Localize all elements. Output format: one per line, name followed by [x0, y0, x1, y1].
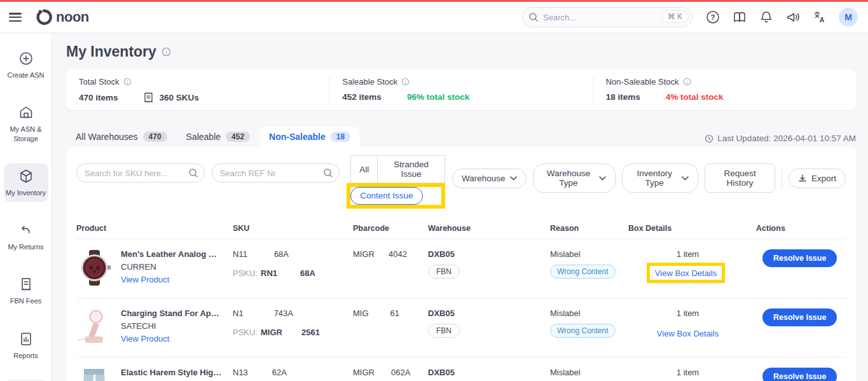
- announcements-megaphone-icon[interactable]: [785, 10, 801, 25]
- header-warehouse: Warehouse: [428, 224, 550, 233]
- sku-tag-icon: [144, 92, 153, 103]
- export-button[interactable]: Export: [789, 169, 846, 188]
- search-shortcut-badge: ⌘ K: [661, 10, 689, 23]
- chevron-down-icon: [510, 176, 517, 181]
- info-icon[interactable]: i: [683, 78, 691, 86]
- saleable-items-value: 452 items: [342, 92, 382, 102]
- sku-search[interactable]: [76, 163, 205, 183]
- last-updated: Last Updated: 2026-04-01 10:57 AM: [705, 134, 856, 147]
- sidebar-item-my-inventory[interactable]: My Inventory: [4, 163, 48, 202]
- pbarcode-value: MIGR062A: [353, 368, 428, 377]
- info-icon[interactable]: i: [162, 47, 171, 57]
- sku-search-input[interactable]: [76, 163, 205, 183]
- svg-text:i: i: [127, 80, 128, 85]
- filter-stranded-issue-button[interactable]: Stranded Issue: [377, 155, 445, 183]
- total-stock-section: Total Stock i 470 items 360 SKUs: [66, 77, 329, 103]
- reason-text: Mislabel: [550, 249, 628, 259]
- clock-icon: [705, 134, 713, 143]
- box-item-count: 1 item: [628, 249, 747, 259]
- download-icon: [798, 174, 807, 183]
- resolve-issue-button[interactable]: Resolve Issue: [762, 249, 837, 267]
- product-brand: SATECHI: [121, 321, 223, 331]
- product-name: Elastic Harem Style High-Rise...: [121, 368, 223, 377]
- sidebar-label: FBN Fees: [10, 296, 42, 305]
- view-box-details-link[interactable]: View Box Details: [655, 268, 717, 278]
- tab-non-saleable[interactable]: Non-Saleable 18: [259, 127, 360, 147]
- fbn-badge: FBN: [428, 265, 460, 279]
- resolve-issue-button[interactable]: Resolve Issue: [762, 368, 837, 381]
- sidebar-label: My Returns: [8, 242, 43, 251]
- sidebar-label: Create ASN: [7, 71, 44, 80]
- table-row: Charging Stand For Apple Wa... SATECHI V…: [76, 298, 846, 357]
- sidebar-item-reports[interactable]: Reports: [4, 326, 48, 365]
- search-icon[interactable]: [323, 168, 333, 178]
- header-actions: Actions: [747, 224, 846, 233]
- issue-filter-group: All Stranded Issue Content Issue: [350, 155, 445, 209]
- noon-logo-icon: [36, 9, 52, 25]
- total-items-value: 470 items: [79, 93, 118, 102]
- main-content: My Inventory i Total Stock i 470 items 3…: [52, 33, 868, 381]
- sidebar-item-fbn-fees[interactable]: FBN Fees: [4, 272, 48, 310]
- tab-label: Non-Saleable: [269, 132, 326, 142]
- topbar: noon ⌘ K ? A M: [0, 2, 868, 33]
- info-icon[interactable]: i: [123, 78, 132, 86]
- tab-count-badge: 18: [331, 132, 350, 142]
- last-updated-text: Last Updated: 2026-04-01 10:57 AM: [717, 134, 856, 143]
- reason-text: Mislabel: [550, 368, 628, 377]
- sidebar-item-my-asn-storage[interactable]: My ASN & Storage: [4, 100, 48, 148]
- stock-summary-card: Total Stock i 470 items 360 SKUs Saleabl…: [66, 70, 856, 110]
- warehouse-code: DXB05: [428, 308, 550, 318]
- help-icon[interactable]: ?: [705, 10, 720, 25]
- non-saleable-stock-label: Non-Saleable Stock: [606, 77, 679, 87]
- receipt-icon: [18, 277, 34, 292]
- svg-text:i: i: [405, 80, 406, 85]
- report-document-icon: [18, 331, 34, 347]
- chevron-down-icon: [682, 176, 689, 181]
- warehouse-dropdown-label: Warehouse: [462, 174, 506, 183]
- tab-saleable[interactable]: Saleable 452: [177, 127, 260, 147]
- filter-content-issue-button[interactable]: Content Issue: [350, 187, 422, 205]
- highlight-annotation-content-issue: Content Issue: [347, 183, 445, 209]
- language-translate-icon[interactable]: A: [812, 10, 827, 25]
- table-header: Product SKU Pbarcode Warehouse Reason Bo…: [76, 218, 846, 239]
- guide-book-icon[interactable]: [732, 10, 747, 25]
- view-product-link[interactable]: View Product: [121, 334, 169, 343]
- noon-logo[interactable]: noon: [36, 9, 89, 25]
- inventory-type-dropdown[interactable]: Inventory Type: [622, 163, 698, 193]
- pbarcode-value: MIGR4042: [353, 249, 428, 259]
- info-icon[interactable]: i: [401, 78, 410, 86]
- filter-all-button[interactable]: All: [350, 155, 378, 183]
- svg-text:?: ?: [711, 13, 715, 21]
- request-history-button[interactable]: Request History: [705, 163, 775, 193]
- box-item-count: 1 item: [628, 308, 747, 318]
- warehouse-type-dropdown[interactable]: Warehouse Type: [533, 163, 616, 193]
- header-reason: Reason: [550, 224, 628, 233]
- sidebar-item-my-returns[interactable]: My Returns: [4, 218, 48, 256]
- user-avatar[interactable]: M: [839, 8, 858, 27]
- sidebar-item-create-asn[interactable]: Create ASN: [4, 46, 48, 85]
- ref-search-input[interactable]: [212, 163, 340, 183]
- global-search[interactable]: ⌘ K: [522, 7, 692, 27]
- notifications-bell-icon[interactable]: [759, 10, 774, 25]
- view-box-details-link[interactable]: View Box Details: [657, 329, 719, 338]
- hamburger-menu-icon[interactable]: [9, 13, 22, 22]
- non-saleable-items-value: 18 items: [606, 92, 640, 102]
- reason-text: Mislabel: [550, 308, 628, 318]
- sku-value: N1743A: [233, 308, 353, 318]
- sku-value: N1362A: [233, 368, 353, 377]
- page-title: My Inventory: [66, 43, 156, 60]
- tab-all-warehouses[interactable]: All Warehouses 470: [66, 127, 177, 147]
- warehouse-dropdown[interactable]: Warehouse: [452, 169, 527, 188]
- cube-icon: [18, 169, 34, 184]
- sidebar-label: Reports: [13, 351, 38, 360]
- resolve-issue-button[interactable]: Resolve Issue: [762, 308, 837, 326]
- view-product-link[interactable]: View Product: [121, 275, 169, 284]
- highlight-annotation-view-box-details: View Box Details: [647, 263, 725, 283]
- search-icon[interactable]: [188, 168, 198, 178]
- return-arrow-icon: [18, 223, 34, 238]
- header-sku: SKU: [233, 224, 353, 233]
- warehouse-code: DXB05: [428, 249, 550, 259]
- reason-badge: Wrong Content: [550, 324, 616, 338]
- sku-value: N1168A: [233, 249, 353, 259]
- ref-search[interactable]: [212, 163, 340, 183]
